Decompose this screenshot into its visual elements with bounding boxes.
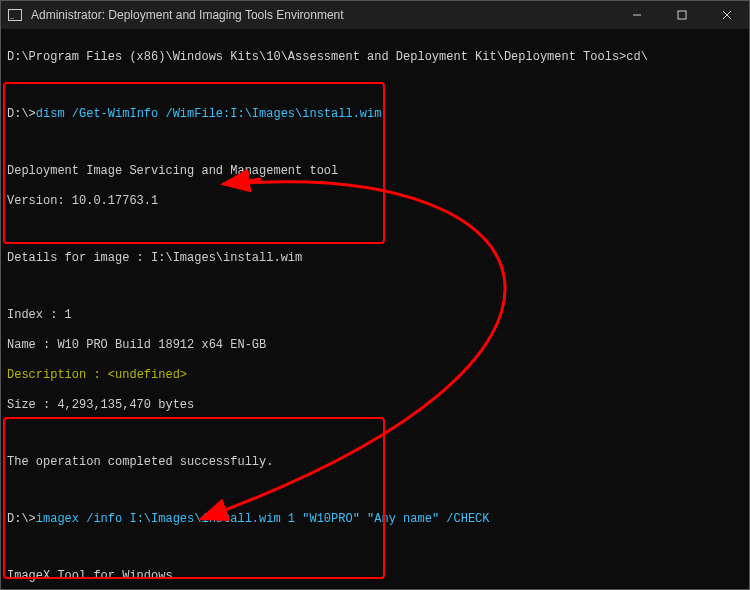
annotation-box-2	[3, 417, 385, 579]
cmd-text: dism /Get-WimInfo /WimFile:I:\Images\ins…	[36, 107, 382, 121]
terminal-window: _ Administrator: Deployment and Imaging …	[0, 0, 750, 590]
term-line: D:\>imagex /info I:\Images\install.wim 1…	[7, 512, 743, 527]
svg-line-6	[223, 179, 261, 184]
window-title: Administrator: Deployment and Imaging To…	[29, 8, 614, 22]
term-line: Deployment Image Servicing and Managemen…	[7, 164, 743, 179]
prompt: D:\Program Files (x86)\Windows Kits\10\A…	[7, 50, 626, 64]
description-line: Description : <undefined>	[7, 368, 743, 383]
term-line: D:\Program Files (x86)\Windows Kits\10\A…	[7, 50, 743, 65]
minimize-button[interactable]	[614, 1, 659, 29]
close-button[interactable]	[704, 1, 749, 29]
svg-rect-3	[678, 11, 686, 19]
desc-label: Description :	[7, 368, 108, 382]
prompt: D:\>	[7, 107, 36, 121]
prompt: D:\>	[7, 512, 36, 526]
term-line: Index : 1	[7, 308, 743, 323]
maximize-button[interactable]	[659, 1, 704, 29]
titlebar[interactable]: _ Administrator: Deployment and Imaging …	[1, 1, 749, 29]
window-icon: _	[1, 9, 29, 21]
term-line: D:\>dism /Get-WimInfo /WimFile:I:\Images…	[7, 107, 743, 122]
term-line: Size : 4,293,135,470 bytes	[7, 398, 743, 413]
term-line: Version: 10.0.17763.1	[7, 194, 743, 209]
term-line: Details for image : I:\Images\install.wi…	[7, 251, 743, 266]
svg-text:_: _	[9, 11, 15, 20]
desc-value: <undefined>	[108, 368, 187, 382]
term-line: Name : W10 PRO Build 18912 x64 EN-GB	[7, 338, 743, 353]
cmd-text: imagex /info I:\Images\install.wim 1 "W1…	[36, 512, 490, 526]
cmd-text: cd\	[626, 50, 648, 64]
terminal-content[interactable]: D:\Program Files (x86)\Windows Kits\10\A…	[1, 29, 749, 589]
term-line: The operation completed successfully.	[7, 455, 743, 470]
term-line: ImageX Tool for Windows	[7, 569, 743, 584]
